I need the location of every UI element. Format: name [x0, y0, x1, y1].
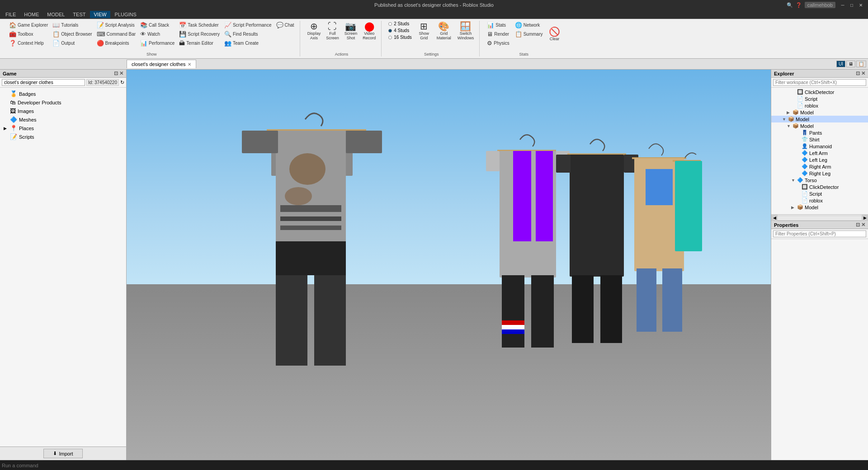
chat-button[interactable]: 💬Chat — [274, 21, 296, 29]
task-scheduler-button[interactable]: 📅Task Scheduler — [177, 21, 222, 29]
exp-item-right-leg[interactable]: 🔷 Right Leg — [771, 170, 868, 177]
render-button[interactable]: 🖥Render — [485, 30, 511, 38]
tree-item-places[interactable]: ▶ 📍 Places — [0, 124, 126, 132]
menu-test[interactable]: TEST — [69, 11, 89, 18]
object-browser-button[interactable]: 📋Object Browser — [51, 30, 94, 38]
exp-item-shirt[interactable]: 👕 Shirt — [771, 136, 868, 143]
stats-button[interactable]: 📊Stats — [485, 21, 511, 29]
properties-panel: Properties ⊡ ✕ — [771, 221, 868, 460]
video-record-button[interactable]: ⬤ VideoRecord — [361, 21, 377, 42]
performance-button[interactable]: 📊Performance — [138, 39, 176, 47]
exp-item-left-arm[interactable]: 🔷 Left Arm — [771, 150, 868, 156]
viewport[interactable] — [127, 70, 771, 460]
script-performance-button[interactable]: 📈Script Performance — [222, 21, 274, 29]
layout-toggle-button[interactable]: 📋 — [856, 61, 866, 67]
stud-4-option[interactable]: 4 Studs — [387, 28, 413, 33]
team-create-button[interactable]: 👥Team Create — [222, 39, 274, 47]
exp-item-script-1[interactable]: 📄 Script — [771, 95, 868, 102]
exp-item-pants[interactable]: 👖 Pants — [771, 129, 868, 136]
screen-shot-button[interactable]: 📷 ScreenShot — [343, 21, 359, 42]
exp-item-roblox-1[interactable]: 📄 roblox — [771, 102, 868, 109]
menu-home[interactable]: HOME — [20, 11, 42, 18]
network-button[interactable]: 🌐Network — [513, 21, 545, 29]
menu-plugins[interactable]: PLUGINS — [111, 11, 140, 18]
stud-16-option[interactable]: 16 Studs — [387, 34, 413, 40]
explorer-scroll-right[interactable]: ▶ — [862, 215, 868, 221]
ribbon-group-show: 🏠Game Explorer 🧰Toolbox ❓Context Help 📖T… — [4, 21, 300, 56]
explorer-close[interactable]: ✕ — [861, 70, 865, 76]
toolbox-button[interactable]: 🧰Toolbox — [7, 30, 50, 38]
menu-view[interactable]: VIEW — [90, 11, 110, 18]
stud-2-radio[interactable] — [388, 22, 392, 26]
stud-4-radio[interactable] — [388, 29, 392, 33]
display-axis-button[interactable]: ⊕ DisplayAxis — [306, 21, 323, 42]
exp-item-model-1[interactable]: ▶ 📦 Model — [771, 109, 868, 116]
call-stack-button[interactable]: 📚Call Stack — [138, 21, 176, 29]
window-controls: ─ □ ✕ — [839, 1, 864, 9]
explorer-search-input[interactable] — [773, 79, 866, 86]
summary-button[interactable]: 📋Summary — [513, 30, 545, 38]
breakpoints-button[interactable]: 🔴Breakpoints — [95, 39, 137, 47]
script-analysis-button[interactable]: 📝Script Analysis — [95, 21, 137, 29]
terrain-editor-button[interactable]: 🏔Terrain Editor — [177, 39, 222, 47]
ribbon: 🏠Game Explorer 🧰Toolbox ❓Context Help 📖T… — [0, 19, 868, 59]
exp-item-right-arm[interactable]: 🔷 Right Arm — [771, 163, 868, 170]
output-button[interactable]: 📄Output — [51, 39, 94, 47]
command-input[interactable] — [2, 463, 866, 468]
tree-item-images[interactable]: 🖼 Images — [0, 107, 126, 115]
exp-item-model-4[interactable]: ▶ 📦 Model — [771, 204, 868, 211]
clear-button[interactable]: 🚫 Clear — [546, 26, 562, 42]
show-grid-button[interactable]: ⊞ ShowGrid — [416, 21, 432, 42]
game-explorer-button[interactable]: 🏠Game Explorer — [7, 21, 50, 29]
svg-rect-27 — [556, 155, 571, 173]
grid-material-button[interactable]: 🎨 GridMaterial — [435, 21, 453, 42]
tree-item-meshes[interactable]: 🔷 Meshes — [0, 115, 126, 124]
menu-file[interactable]: FILE — [2, 11, 19, 18]
exp-item-model-2[interactable]: ▼ 📦 Model — [771, 116, 868, 122]
find-results-button[interactable]: 🔍Find Results — [222, 30, 274, 38]
stud-2-option[interactable]: 2 Studs — [387, 21, 413, 27]
exp-item-clickdetector-1[interactable]: 🔲 ClickDetector — [771, 89, 868, 95]
tab-close-button[interactable]: ✕ — [188, 62, 191, 67]
context-help-button[interactable]: ❓Context Help — [7, 39, 50, 47]
full-screen-button[interactable]: ⛶ FullScreen — [324, 21, 341, 42]
editor-tab-closet[interactable]: closet's designer clothes ✕ — [127, 60, 196, 68]
properties-close[interactable]: ✕ — [861, 222, 865, 228]
exp-item-clickdetector-2[interactable]: 🔲 ClickDetector — [771, 183, 868, 190]
explorer-title: Explorer — [774, 71, 794, 76]
command-bar-button[interactable]: ⌨Command Bar — [95, 30, 137, 38]
explorer-expand[interactable]: ⊡ — [856, 70, 860, 76]
exp-item-torso[interactable]: ▼ 🔷 Torso — [771, 177, 868, 183]
game-search-input[interactable] — [2, 79, 85, 86]
svg-rect-29 — [572, 275, 594, 343]
screen-toggle-button[interactable]: 🖥 — [846, 61, 855, 67]
refresh-button[interactable]: ↻ — [120, 80, 124, 85]
username[interactable]: callmehbob — [805, 2, 835, 8]
left-panel-close[interactable]: ✕ — [119, 70, 123, 76]
explorer-scroll-left[interactable]: ◀ — [771, 215, 778, 221]
minimize-button[interactable]: ─ — [839, 1, 846, 9]
tree-item-scripts[interactable]: 📝 Scripts — [0, 132, 126, 141]
tutorials-button[interactable]: 📖Tutorials — [51, 21, 94, 29]
script-recovery-button[interactable]: 💾Script Recovery — [177, 30, 222, 38]
switch-windows-button[interactable]: 🪟 SwitchWindows — [456, 21, 476, 42]
import-button[interactable]: ⬇ Import — [43, 449, 82, 458]
exp-item-left-leg[interactable]: 🔷 Left Leg — [771, 156, 868, 163]
exp-item-model-3[interactable]: ▼ 📦 Model — [771, 122, 868, 129]
properties-search-input[interactable] — [773, 230, 866, 237]
exp-item-roblox-2[interactable]: 📄 roblox — [771, 197, 868, 204]
svg-rect-24 — [502, 329, 524, 334]
maximize-button[interactable]: □ — [848, 1, 855, 9]
ui-toggle-button[interactable]: UI — [836, 61, 845, 67]
tree-item-badges[interactable]: 🏅 Badges — [0, 89, 126, 98]
exp-item-script-2[interactable]: 📄 Script — [771, 190, 868, 197]
close-button[interactable]: ✕ — [857, 1, 864, 9]
tree-item-developer-products[interactable]: 🛍 Developer Products — [0, 98, 126, 107]
left-panel-expand[interactable]: ⊡ — [114, 70, 118, 76]
physics-button[interactable]: ⚙Physics — [485, 39, 511, 47]
watch-button[interactable]: 👁Watch — [138, 30, 176, 38]
exp-item-humanoid[interactable]: 👤 Humanoid — [771, 143, 868, 150]
properties-expand[interactable]: ⊡ — [856, 222, 860, 228]
menu-model[interactable]: MODEL — [43, 11, 68, 18]
stud-16-radio[interactable] — [388, 36, 392, 39]
